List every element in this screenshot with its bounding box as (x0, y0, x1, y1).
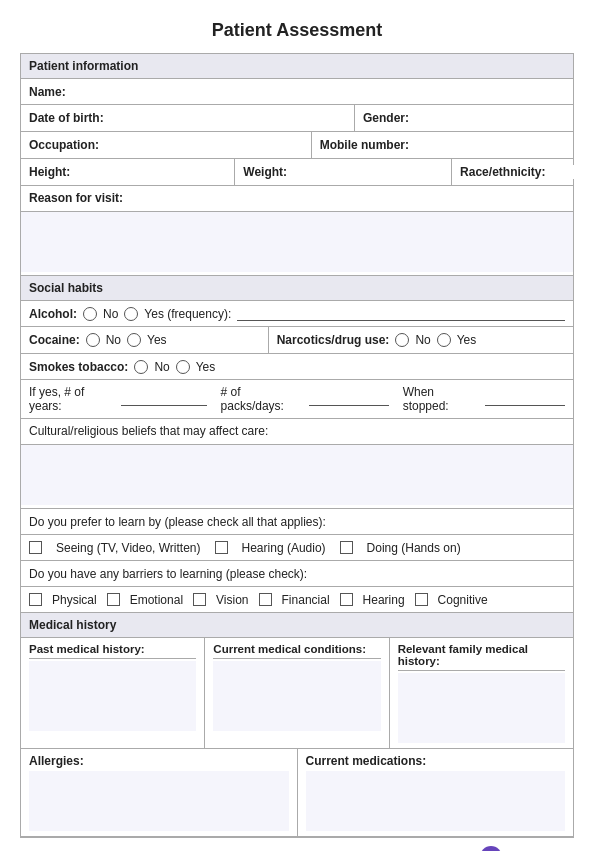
emotional-checkbox[interactable] (107, 593, 120, 606)
doing-checkbox[interactable] (340, 541, 353, 554)
learn-options-row: Seeing (TV, Video, Written) Hearing (Aud… (21, 535, 573, 561)
narcotics-yes-label: Yes (457, 333, 477, 347)
smokes-no-radio[interactable] (134, 360, 148, 374)
social-habits-header: Social habits (21, 276, 573, 301)
smokes-yes-radio[interactable] (176, 360, 190, 374)
reason-textarea[interactable] (21, 212, 573, 272)
cultural-textarea-row (21, 445, 573, 509)
barriers-options-row: Physical Emotional Vision Financial Hear… (21, 587, 573, 613)
height-cell: Height: (21, 159, 235, 185)
occupation-input[interactable] (105, 138, 303, 152)
patient-info-header: Patient information (21, 54, 573, 79)
cognitive-label: Cognitive (438, 593, 488, 607)
medications-cell: Current medications: (298, 749, 574, 836)
race-cell: Race/ethnicity: (452, 159, 594, 185)
allergies-medications-row: Allergies: Current medications: (21, 749, 573, 837)
narcotics-no-label: No (415, 333, 430, 347)
page-title: Patient Assessment (20, 20, 574, 41)
vision-checkbox[interactable] (193, 593, 206, 606)
cocaine-narcotics-row: Cocaine: No Yes Narcotics/drug use: No Y… (21, 327, 573, 354)
alcohol-label: Alcohol: (29, 307, 77, 321)
alcohol-row: Alcohol: No Yes (frequency): (21, 301, 573, 327)
cultural-textarea[interactable] (21, 445, 573, 505)
name-row: Name: (21, 79, 573, 105)
smokes-no-label: No (154, 360, 169, 374)
cognitive-checkbox[interactable] (415, 593, 428, 606)
physical-checkbox[interactable] (29, 593, 42, 606)
gender-input[interactable] (415, 111, 565, 125)
doing-label: Doing (Hands on) (367, 541, 461, 555)
cocaine-no-radio[interactable] (86, 333, 100, 347)
alcohol-no-label: No (103, 307, 118, 321)
seeing-checkbox[interactable] (29, 541, 42, 554)
mobile-label: Mobile number: (320, 138, 409, 152)
narcotics-no-radio[interactable] (395, 333, 409, 347)
hearing-barriers-label: Hearing (363, 593, 405, 607)
barriers-label-row: Do you have any barriers to learning (pl… (21, 561, 573, 587)
alcohol-no-radio[interactable] (83, 307, 97, 321)
packs-input-field[interactable] (309, 392, 389, 406)
narcotics-yes-radio[interactable] (437, 333, 451, 347)
occupation-label: Occupation: (29, 138, 99, 152)
packs-days-label: # of packs/days: (221, 385, 303, 413)
hearing-barriers-checkbox[interactable] (340, 593, 353, 606)
family-medical-label: Relevant family medical history: (398, 643, 565, 671)
cocaine-no-label: No (106, 333, 121, 347)
dob-cell: Date of birth: (21, 105, 355, 131)
financial-label: Financial (282, 593, 330, 607)
cultural-label: Cultural/religious beliefs that may affe… (29, 424, 268, 438)
medications-body (306, 771, 566, 831)
hearing-label: Hearing (Audio) (242, 541, 326, 555)
height-label: Height: (29, 165, 70, 179)
weight-input[interactable] (293, 165, 443, 179)
dob-input[interactable] (110, 111, 346, 125)
name-label: Name: (29, 85, 66, 99)
height-input[interactable] (76, 165, 226, 179)
alcohol-frequency-input[interactable] (237, 306, 565, 321)
years-packs-row: If yes, # of years: # of packs/days: Whe… (21, 380, 573, 419)
form-container: Patient information Name: Date of birth:… (20, 53, 574, 838)
when-stopped-label: When stopped: (403, 385, 479, 413)
financial-checkbox[interactable] (259, 593, 272, 606)
reason-label: Reason for visit: (29, 191, 123, 205)
allergies-label: Allergies: (29, 754, 289, 771)
height-weight-race-row: Height: Weight: Race/ethnicity: (21, 159, 573, 186)
occupation-cell: Occupation: (21, 132, 312, 158)
hearing-checkbox[interactable] (215, 541, 228, 554)
smokes-label: Smokes tobacco: (29, 360, 128, 374)
dob-label: Date of birth: (29, 111, 104, 125)
allergies-body (29, 771, 289, 831)
dob-gender-row: Date of birth: Gender: (21, 105, 573, 132)
brand-section: Powered by C carepatron (422, 846, 574, 851)
weight-cell: Weight: (235, 159, 452, 185)
alcohol-yes-radio[interactable] (124, 307, 138, 321)
race-input[interactable] (551, 165, 594, 179)
mobile-cell: Mobile number: (312, 132, 573, 158)
barriers-label: Do you have any barriers to learning (pl… (29, 567, 307, 581)
stopped-input-field[interactable] (485, 392, 565, 406)
footer: https://www.carepatron.com/ Powered by C… (20, 846, 574, 851)
reason-label-row: Reason for visit: (21, 186, 573, 212)
mobile-input[interactable] (415, 138, 565, 152)
years-input-field[interactable] (121, 392, 206, 406)
learn-label: Do you prefer to learn by (please check … (29, 515, 326, 529)
name-input[interactable] (72, 85, 565, 99)
gender-cell: Gender: (355, 105, 573, 131)
cultural-label-row: Cultural/religious beliefs that may affe… (21, 419, 573, 445)
cocaine-yes-radio[interactable] (127, 333, 141, 347)
smokes-yes-label: Yes (196, 360, 216, 374)
smokes-row: Smokes tobacco: No Yes (21, 354, 573, 380)
current-medical-label: Current medical conditions: (213, 643, 380, 659)
learn-label-row: Do you prefer to learn by (please check … (21, 509, 573, 535)
family-medical-body (398, 673, 565, 743)
family-medical-col: Relevant family medical history: (390, 638, 573, 748)
cocaine-yes-label: Yes (147, 333, 167, 347)
medications-label: Current medications: (306, 754, 566, 771)
physical-label: Physical (52, 593, 97, 607)
gender-label: Gender: (363, 111, 409, 125)
narcotics-label: Narcotics/drug use: (277, 333, 390, 347)
cocaine-cell: Cocaine: No Yes (21, 327, 269, 353)
current-medical-body (213, 661, 380, 731)
current-medical-col: Current medical conditions: (205, 638, 389, 748)
med-history-headers: Past medical history: Current medical co… (21, 638, 573, 749)
